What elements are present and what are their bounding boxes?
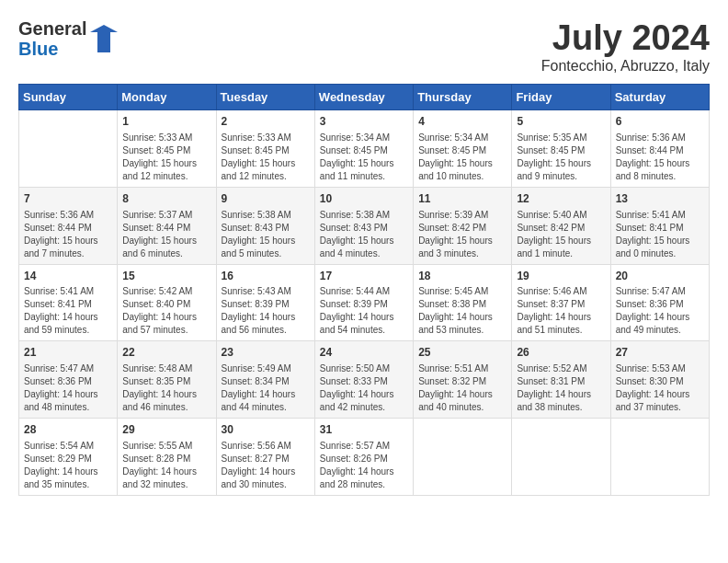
day-info: Sunrise: 5:51 AMSunset: 8:32 PMDaylight:… bbox=[418, 362, 506, 414]
logo-blue: Blue bbox=[18, 39, 86, 59]
calendar-cell: 18Sunrise: 5:45 AMSunset: 8:38 PMDayligh… bbox=[414, 264, 512, 341]
calendar-cell: 28Sunrise: 5:54 AMSunset: 8:29 PMDayligh… bbox=[19, 419, 118, 496]
calendar-cell: 8Sunrise: 5:37 AMSunset: 8:44 PMDaylight… bbox=[118, 187, 216, 264]
day-number: 15 bbox=[122, 269, 210, 284]
day-number: 16 bbox=[222, 269, 310, 284]
day-info: Sunrise: 5:46 AMSunset: 8:37 PMDaylight:… bbox=[517, 285, 605, 337]
calendar-cell: 21Sunrise: 5:47 AMSunset: 8:36 PMDayligh… bbox=[19, 341, 118, 419]
calendar-table: SundayMondayTuesdayWednesdayThursdayFrid… bbox=[18, 84, 710, 496]
weekday-header-saturday: Saturday bbox=[610, 85, 709, 110]
calendar-cell: 27Sunrise: 5:53 AMSunset: 8:30 PMDayligh… bbox=[610, 341, 709, 419]
day-number: 31 bbox=[320, 422, 408, 438]
logo: General Blue bbox=[18, 18, 118, 59]
day-number: 3 bbox=[320, 114, 408, 130]
day-number: 10 bbox=[320, 191, 408, 207]
day-info: Sunrise: 5:52 AMSunset: 8:31 PMDaylight:… bbox=[517, 362, 605, 414]
day-info: Sunrise: 5:37 AMSunset: 8:44 PMDaylight:… bbox=[122, 209, 210, 260]
day-number: 8 bbox=[122, 191, 210, 207]
day-number: 25 bbox=[418, 345, 506, 361]
day-info: Sunrise: 5:42 AMSunset: 8:40 PMDaylight:… bbox=[122, 285, 210, 337]
day-number: 18 bbox=[418, 269, 506, 284]
calendar-cell: 16Sunrise: 5:43 AMSunset: 8:39 PMDayligh… bbox=[216, 264, 314, 341]
day-number: 21 bbox=[24, 345, 112, 361]
title-area: July 2024 Fontecchio, Abruzzo, Italy bbox=[541, 18, 710, 75]
calendar-cell: 26Sunrise: 5:52 AMSunset: 8:31 PMDayligh… bbox=[512, 341, 610, 419]
calendar-cell: 13Sunrise: 5:41 AMSunset: 8:41 PMDayligh… bbox=[610, 187, 709, 264]
day-info: Sunrise: 5:56 AMSunset: 8:27 PMDaylight:… bbox=[222, 440, 310, 491]
day-info: Sunrise: 5:34 AMSunset: 8:45 PMDaylight:… bbox=[320, 132, 408, 183]
calendar-cell: 12Sunrise: 5:40 AMSunset: 8:42 PMDayligh… bbox=[512, 187, 610, 264]
page-header: General Blue July 2024 Fontecchio, Abruz… bbox=[18, 18, 710, 75]
day-info: Sunrise: 5:33 AMSunset: 8:45 PMDaylight:… bbox=[122, 132, 210, 183]
logo-icon bbox=[90, 25, 118, 52]
calendar-cell: 11Sunrise: 5:39 AMSunset: 8:42 PMDayligh… bbox=[414, 187, 512, 264]
calendar-cell bbox=[19, 110, 118, 188]
day-number: 23 bbox=[222, 345, 310, 361]
calendar-cell: 29Sunrise: 5:55 AMSunset: 8:28 PMDayligh… bbox=[118, 419, 216, 496]
weekday-header-monday: Monday bbox=[118, 85, 216, 110]
day-info: Sunrise: 5:36 AMSunset: 8:44 PMDaylight:… bbox=[24, 209, 112, 260]
calendar-cell bbox=[512, 419, 610, 496]
calendar-cell: 24Sunrise: 5:50 AMSunset: 8:33 PMDayligh… bbox=[314, 341, 413, 419]
day-number: 5 bbox=[517, 114, 605, 130]
day-number: 20 bbox=[616, 269, 704, 284]
day-info: Sunrise: 5:41 AMSunset: 8:41 PMDaylight:… bbox=[24, 285, 112, 337]
day-number: 17 bbox=[320, 269, 408, 284]
day-number: 24 bbox=[320, 345, 408, 361]
calendar-cell: 22Sunrise: 5:48 AMSunset: 8:35 PMDayligh… bbox=[118, 341, 216, 419]
day-number: 28 bbox=[24, 422, 112, 438]
day-info: Sunrise: 5:36 AMSunset: 8:44 PMDaylight:… bbox=[616, 132, 704, 183]
day-info: Sunrise: 5:55 AMSunset: 8:28 PMDaylight:… bbox=[122, 440, 210, 491]
calendar-cell: 25Sunrise: 5:51 AMSunset: 8:32 PMDayligh… bbox=[414, 341, 512, 419]
calendar-cell: 1Sunrise: 5:33 AMSunset: 8:45 PMDaylight… bbox=[118, 110, 216, 188]
day-number: 29 bbox=[122, 422, 210, 438]
calendar-cell: 31Sunrise: 5:57 AMSunset: 8:26 PMDayligh… bbox=[314, 419, 413, 496]
day-info: Sunrise: 5:47 AMSunset: 8:36 PMDaylight:… bbox=[616, 285, 704, 337]
calendar-cell: 10Sunrise: 5:38 AMSunset: 8:43 PMDayligh… bbox=[314, 187, 413, 264]
day-info: Sunrise: 5:34 AMSunset: 8:45 PMDaylight:… bbox=[418, 132, 506, 183]
day-number: 30 bbox=[222, 422, 310, 438]
weekday-header-sunday: Sunday bbox=[19, 85, 118, 110]
calendar-cell bbox=[610, 419, 709, 496]
day-info: Sunrise: 5:53 AMSunset: 8:30 PMDaylight:… bbox=[616, 362, 704, 414]
week-row-1: 1Sunrise: 5:33 AMSunset: 8:45 PMDaylight… bbox=[19, 110, 710, 188]
calendar-cell: 23Sunrise: 5:49 AMSunset: 8:34 PMDayligh… bbox=[216, 341, 314, 419]
calendar-cell: 6Sunrise: 5:36 AMSunset: 8:44 PMDaylight… bbox=[610, 110, 709, 188]
calendar-cell: 30Sunrise: 5:56 AMSunset: 8:27 PMDayligh… bbox=[216, 419, 314, 496]
week-row-5: 28Sunrise: 5:54 AMSunset: 8:29 PMDayligh… bbox=[19, 419, 710, 496]
day-number: 7 bbox=[24, 191, 112, 207]
calendar-cell: 4Sunrise: 5:34 AMSunset: 8:45 PMDaylight… bbox=[414, 110, 512, 188]
day-info: Sunrise: 5:33 AMSunset: 8:45 PMDaylight:… bbox=[222, 132, 310, 183]
weekday-header-tuesday: Tuesday bbox=[216, 85, 314, 110]
month-title: July 2024 bbox=[541, 18, 710, 58]
day-info: Sunrise: 5:44 AMSunset: 8:39 PMDaylight:… bbox=[320, 285, 408, 337]
logo-general: General bbox=[18, 18, 86, 39]
day-info: Sunrise: 5:43 AMSunset: 8:39 PMDaylight:… bbox=[222, 285, 310, 337]
day-info: Sunrise: 5:41 AMSunset: 8:41 PMDaylight:… bbox=[616, 209, 704, 260]
svg-marker-0 bbox=[90, 25, 118, 43]
day-info: Sunrise: 5:39 AMSunset: 8:42 PMDaylight:… bbox=[418, 209, 506, 260]
day-number: 27 bbox=[616, 345, 704, 361]
day-number: 22 bbox=[122, 345, 210, 361]
day-info: Sunrise: 5:54 AMSunset: 8:29 PMDaylight:… bbox=[24, 440, 112, 491]
day-number: 2 bbox=[222, 114, 310, 130]
calendar-cell: 2Sunrise: 5:33 AMSunset: 8:45 PMDaylight… bbox=[216, 110, 314, 188]
weekday-header-wednesday: Wednesday bbox=[314, 85, 413, 110]
calendar-cell: 9Sunrise: 5:38 AMSunset: 8:43 PMDaylight… bbox=[216, 187, 314, 264]
day-number: 12 bbox=[517, 191, 605, 207]
day-info: Sunrise: 5:45 AMSunset: 8:38 PMDaylight:… bbox=[418, 285, 506, 337]
day-info: Sunrise: 5:48 AMSunset: 8:35 PMDaylight:… bbox=[122, 362, 210, 414]
day-info: Sunrise: 5:38 AMSunset: 8:43 PMDaylight:… bbox=[222, 209, 310, 260]
day-info: Sunrise: 5:49 AMSunset: 8:34 PMDaylight:… bbox=[222, 362, 310, 414]
weekday-header-friday: Friday bbox=[512, 85, 610, 110]
day-info: Sunrise: 5:40 AMSunset: 8:42 PMDaylight:… bbox=[517, 209, 605, 260]
calendar-cell: 20Sunrise: 5:47 AMSunset: 8:36 PMDayligh… bbox=[610, 264, 709, 341]
day-info: Sunrise: 5:57 AMSunset: 8:26 PMDaylight:… bbox=[320, 440, 408, 491]
day-number: 26 bbox=[517, 345, 605, 361]
calendar-cell: 7Sunrise: 5:36 AMSunset: 8:44 PMDaylight… bbox=[19, 187, 118, 264]
day-info: Sunrise: 5:47 AMSunset: 8:36 PMDaylight:… bbox=[24, 362, 112, 414]
day-info: Sunrise: 5:50 AMSunset: 8:33 PMDaylight:… bbox=[320, 362, 408, 414]
day-number: 13 bbox=[616, 191, 704, 207]
day-number: 14 bbox=[24, 269, 112, 284]
calendar-cell: 19Sunrise: 5:46 AMSunset: 8:37 PMDayligh… bbox=[512, 264, 610, 341]
